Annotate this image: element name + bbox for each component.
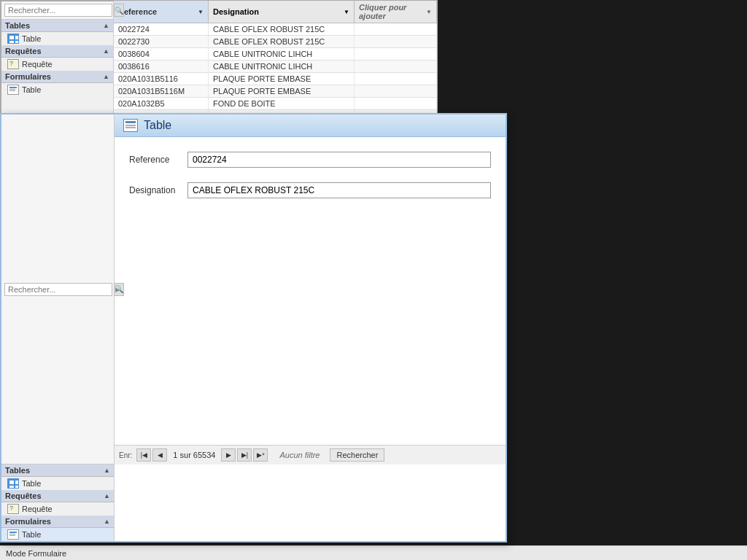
reference-field: Reference [129, 152, 491, 168]
nav-next-button[interactable]: ▶ [221, 448, 236, 462]
fg-section-formulaires-toggle: ▲ [104, 518, 110, 525]
resize-handle[interactable] [115, 114, 120, 464]
cell-designation: CABLE OFLEX ROBUST 215C [209, 36, 355, 47]
nav-search-button[interactable]: Rechercher [330, 448, 384, 462]
fg-tables-table-label: Table [22, 479, 41, 488]
cell-reference: 020A1031B5116M [114, 85, 209, 97]
fg-section-requetes[interactable]: Requêtes ▲ [1, 490, 114, 502]
cell-designation: FOND DE BOITE [209, 98, 355, 109]
nav-new-button[interactable]: ▶* [253, 448, 268, 462]
fg-query-icon [7, 504, 19, 514]
table-row[interactable]: 0022724 CABLE OFLEX ROBUST 215C [114, 23, 437, 36]
bg-section-formulaires-toggle: ▲ [103, 73, 109, 80]
bg-section-requetes-toggle: ▲ [103, 47, 109, 55]
bg-search-input[interactable] [4, 4, 112, 17]
nav-bar: Enr: |◀ ◀ 1 sur 65534 ▶ ▶| ▶* Aucun filt… [115, 445, 506, 464]
foreground-window: 🔍 Tables ▲ Table Requêtes ▲ Requête [0, 113, 507, 542]
table-row[interactable]: 020A1031B5116M PLAQUE PORTE EMBASE [114, 85, 437, 98]
cell-reference: 0022730 [114, 36, 209, 47]
designation-field: Designation [129, 182, 491, 198]
form-title: Table [144, 119, 171, 132]
table-row[interactable]: 0038616 CABLE UNITRONIC LIHCH [114, 61, 437, 73]
fg-form-icon [7, 529, 19, 540]
form-body: Reference Designation [115, 137, 506, 228]
bg-query-icon [7, 59, 19, 69]
reference-input[interactable] [187, 152, 491, 168]
fg-section-requetes-toggle: ▲ [104, 492, 110, 499]
background-window: 🔍 Tables ▲ Table Requêtes ▲ Requête [0, 0, 438, 118]
table-row[interactable]: 0022730 CABLE OFLEX ROBUST 215C [114, 36, 437, 48]
bg-section-tables-label: Tables [5, 21, 30, 30]
cell-empty [355, 23, 437, 35]
cell-designation: PLAQUE PORTE EMBASE [209, 85, 355, 97]
fg-table-icon [7, 478, 19, 489]
bg-section-requetes-label: Requêtes [5, 47, 42, 55]
bg-section-tables[interactable]: Tables ▲ [1, 20, 113, 32]
bg-sidebar: 🔍 Tables ▲ Table Requêtes ▲ Requête [1, 1, 114, 117]
bg-tables-table-item[interactable]: Table [1, 32, 113, 45]
nav-label: Enr: [119, 451, 132, 459]
bg-sort-add: ▼ [426, 9, 432, 15]
form-header-icon [123, 119, 138, 132]
status-text: Mode Formulaire [6, 549, 66, 558]
fg-search-bar: 🔍 [1, 114, 115, 464]
fg-section-formulaires[interactable]: Formulaires ▲ [1, 516, 114, 528]
fg-formulaires-item[interactable]: Table [1, 528, 114, 541]
bg-table-area: Reference ▼ Designation ▼ Cliquer pour a… [114, 1, 437, 117]
cell-designation: CABLE UNITRONIC LIHCH [209, 61, 355, 72]
bg-col-reference[interactable]: Reference ▼ [114, 1, 209, 23]
bg-requetes-label: Requête [22, 60, 53, 69]
bg-formulaires-label: Table [22, 85, 41, 94]
cell-empty [355, 73, 437, 85]
fg-section-tables-label: Tables [5, 466, 30, 475]
nav-prev-button[interactable]: ◀ [152, 448, 167, 462]
fg-formulaires-label: Table [22, 530, 41, 539]
bg-section-formulaires[interactable]: Formulaires ▲ [1, 71, 113, 83]
fg-form-area: Table Reference Designation [115, 114, 506, 464]
cell-designation: CABLE UNITRONIC LIHCH [209, 48, 355, 60]
cell-reference: 0038616 [114, 61, 209, 72]
nav-position: 1 sur 65534 [169, 451, 220, 459]
table-row[interactable]: 020A1031B5116 PLAQUE PORTE EMBASE [114, 73, 437, 85]
cell-empty [355, 61, 437, 72]
cell-designation: CABLE OFLEX ROBUST 215C [209, 23, 355, 35]
form-header: Table [115, 114, 506, 137]
fg-search-input[interactable] [4, 283, 112, 296]
fg-section-tables[interactable]: Tables ▲ [1, 464, 114, 477]
bg-tables-table-label: Table [22, 34, 41, 43]
cell-empty [355, 98, 437, 109]
bg-sort-reference: ▼ [198, 9, 204, 15]
bg-section-requetes[interactable]: Requêtes ▲ [1, 45, 113, 58]
fg-requetes-label: Requête [22, 505, 53, 513]
fg-section-requetes-label: Requêtes [5, 491, 42, 500]
nav-filter: Aucun filtre [275, 449, 324, 461]
bg-search-button[interactable]: 🔍 [114, 4, 124, 17]
table-row[interactable]: 020A1032B5 FOND DE BOITE [114, 98, 437, 110]
bg-formulaires-item[interactable]: Table [1, 83, 113, 96]
designation-input[interactable] [187, 182, 491, 198]
fg-requetes-item[interactable]: Requête [1, 502, 114, 516]
fg-tables-table-item[interactable]: Table [1, 477, 114, 490]
bg-table-icon [7, 34, 19, 44]
cell-empty [355, 36, 437, 47]
bg-sort-designation: ▼ [344, 9, 349, 15]
bg-search-bar: 🔍 [1, 1, 113, 20]
bg-col-designation[interactable]: Designation ▼ [209, 1, 355, 23]
status-bar: Mode Formulaire [0, 545, 747, 560]
nav-first-button[interactable]: |◀ [136, 448, 151, 462]
bg-table-header: Reference ▼ Designation ▼ Cliquer pour a… [114, 1, 437, 23]
table-row[interactable]: 0038604 CABLE UNITRONIC LIHCH [114, 48, 437, 61]
cell-designation: PLAQUE PORTE EMBASE [209, 73, 355, 85]
cell-empty [355, 85, 437, 97]
bg-col-add[interactable]: Cliquer pour ajouter ▼ [355, 1, 437, 23]
cell-reference: 0022724 [114, 23, 209, 35]
bg-requetes-item[interactable]: Requête [1, 58, 113, 71]
nav-last-button[interactable]: ▶| [237, 448, 252, 462]
cell-reference: 020A1031B5116 [114, 73, 209, 85]
cell-reference: 0038604 [114, 48, 209, 60]
bg-section-formulaires-label: Formulaires [5, 72, 51, 81]
fg-section-formulaires-label: Formulaires [5, 517, 51, 526]
bg-form-icon [7, 85, 19, 95]
bg-table-rows: 0022724 CABLE OFLEX ROBUST 215C 0022730 … [114, 23, 437, 117]
cell-reference: 020A1032B5 [114, 98, 209, 109]
